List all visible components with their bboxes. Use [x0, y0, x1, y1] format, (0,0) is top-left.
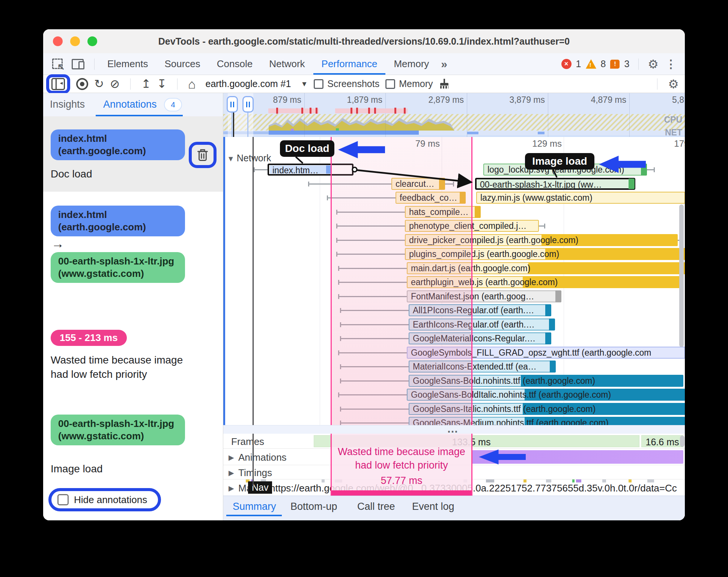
capture-settings-gear-icon[interactable]: ⚙: [668, 77, 679, 91]
doc-load-annotation-label[interactable]: Doc load: [280, 140, 334, 157]
network-request-bar[interactable]: 00-earth-splash-1x-ltr.jpg (ww…: [475, 178, 635, 190]
network-request-bar[interactable]: GoogleSans-Italic.nohints.ttf (earth.goo…: [409, 403, 685, 415]
target-selector[interactable]: earth.google.com #1 ▼: [205, 78, 308, 89]
more-tabs-chevron-icon[interactable]: »: [437, 58, 450, 71]
tab-elements[interactable]: Elements: [99, 53, 156, 75]
memory-checkbox[interactable]: Memory: [385, 78, 433, 89]
network-request-bar[interactable]: GoogleSymbols_FILL_GRAD_opsz_wght.ttf (e…: [407, 347, 685, 359]
tab-bottom-up[interactable]: Bottom-up: [290, 496, 337, 517]
warning-icon[interactable]: !: [586, 59, 596, 69]
clear-recording-icon[interactable]: ⊘: [110, 78, 120, 90]
upload-profile-icon[interactable]: ↥: [141, 78, 151, 90]
network-request-bar[interactable]: lazy.min.js (www.gstatic.com): [476, 192, 685, 204]
home-icon[interactable]: ⌂: [188, 78, 196, 90]
network-request-bar[interactable]: earthplugin_web.js (earth.google.com): [407, 276, 683, 288]
animations-track[interactable]: ▶ Animations: [223, 449, 685, 465]
network-request-bar[interactable]: clearcut…: [391, 178, 445, 190]
error-count: 1: [576, 59, 581, 69]
collapse-triangle-icon[interactable]: ▼: [227, 155, 235, 163]
record-button[interactable]: [76, 78, 88, 90]
annotation-label-wasted-time: Wasted time because image had low fetch …: [51, 353, 201, 382]
network-request-bar[interactable]: GoogleMaterialIcons-Regular.…: [409, 332, 551, 344]
more-requests-row[interactable]: …: [223, 425, 685, 434]
device-toolbar-icon[interactable]: [72, 59, 84, 69]
inspect-element-icon[interactable]: ↖: [52, 59, 63, 70]
network-request-bar[interactable]: main.dart.js (earth.google.com): [407, 262, 685, 274]
settings-gear-icon[interactable]: ⚙: [648, 57, 659, 71]
network-request-bar[interactable]: GoogleSans-BoldItalic.nohints.ttf (earth…: [407, 389, 685, 401]
network-request-bar[interactable]: drive_picker_compiled.js (earth.google.c…: [405, 234, 678, 246]
network-request-bar[interactable]: plugins_compiled.js (earth.google.com): [405, 248, 685, 260]
issues-icon[interactable]: !: [610, 60, 620, 69]
error-icon[interactable]: ×: [561, 59, 572, 69]
network-request-bar[interactable]: FontManifest.json (earth.goog…: [407, 290, 561, 302]
annotation-label-image-load: Image load: [51, 463, 103, 475]
annotation-pill-link-to[interactable]: 00-earth-splash-1x-ltr.jpg (www.gstatic.…: [51, 252, 185, 283]
trash-icon[interactable]: [197, 149, 208, 161]
image-load-annotation-label[interactable]: Image load: [525, 153, 594, 170]
network-request-bar[interactable]: index.htm…: [268, 164, 353, 176]
timings-track[interactable]: ▶ Timings: [223, 465, 685, 479]
toggle-sidebar-panel-icon[interactable]: ◂: [51, 78, 65, 90]
tab-insights[interactable]: Insights: [50, 93, 85, 116]
main-thread-track[interactable]: ▶ Ma Nav https://earth.google.com/web/@0…: [223, 479, 685, 496]
long-task-tick: [404, 108, 406, 114]
request-whisker: [445, 183, 454, 185]
network-request-bar[interactable]: GoogleSans-Bold.nohints.ttf (earth.googl…: [409, 375, 683, 387]
tab-sources[interactable]: Sources: [156, 53, 208, 75]
screenshots-checkbox[interactable]: Screenshots: [314, 78, 379, 89]
network-request-bar[interactable]: phenotype_client_compiled.j…: [405, 220, 539, 232]
frame-duration-value: 133.5 ms: [447, 437, 496, 448]
devtools-tabbar: ↖ ElementsSourcesConsoleNetworkPerforman…: [43, 53, 685, 75]
sidebar-tabbar: Insights Annotations 4: [43, 93, 223, 117]
kebab-menu-icon[interactable]: ⋮: [663, 57, 679, 71]
network-request-bar[interactable]: EarthIcons-Regular.otf (earth.…: [409, 319, 555, 331]
range-handle-left[interactable]: [227, 96, 238, 113]
frame-segment[interactable]: [472, 435, 639, 447]
reload-and-record-icon[interactable]: ↻: [94, 78, 104, 90]
checkbox-icon[interactable]: [385, 79, 395, 89]
frame-segment[interactable]: [314, 435, 331, 447]
expand-triangle-icon[interactable]: ▶: [229, 469, 234, 477]
network-request-bar[interactable]: hats_compile…: [405, 206, 481, 218]
hide-annotations-label: Hide annotations: [74, 494, 147, 506]
tab-call-tree[interactable]: Call tree: [357, 496, 395, 517]
download-profile-icon[interactable]: ↧: [157, 78, 167, 90]
expand-triangle-icon[interactable]: ▶: [229, 484, 234, 493]
tab-summary[interactable]: Summary: [233, 496, 276, 517]
expand-triangle-icon[interactable]: ▶: [229, 453, 234, 462]
network-waterfall[interactable]: 79 ms129 ms179 m ▼Network index.htm…logo…: [223, 137, 685, 425]
tab-performance[interactable]: Performance: [313, 53, 386, 75]
annotation-pill-image[interactable]: 00-earth-splash-1x-ltr.jpg (www.gstatic.…: [51, 415, 185, 445]
animations-track-label: Animations: [238, 452, 287, 463]
request-whisker: [327, 197, 396, 198]
annotation-pill-time-range[interactable]: 155 - 213 ms: [51, 330, 127, 346]
range-handle-right[interactable]: [242, 96, 254, 113]
garbage-collect-brush-icon[interactable]: [439, 79, 450, 89]
range-handle-stem: [232, 112, 233, 137]
checkbox-icon[interactable]: [314, 79, 323, 89]
network-request-bar[interactable]: MaterialIcons-Extended.ttf (ea…: [409, 361, 556, 373]
tab-memory[interactable]: Memory: [385, 53, 437, 75]
annotation-pill-doc[interactable]: index.html (earth.google.com): [51, 129, 185, 160]
timeline-overview[interactable]: 879 ms1,879 ms2,879 ms3,879 ms4,879 ms5,…: [223, 93, 685, 137]
network-request-bar[interactable]: All1PIcons-Regular.otf (earth.…: [409, 304, 551, 316]
vertical-scrollbar[interactable]: [679, 204, 684, 347]
network-request-bar[interactable]: feedback_co…: [396, 192, 466, 204]
request-label: GoogleMaterialIcons-Regular.…: [413, 333, 535, 344]
hide-annotations-checkbox[interactable]: [57, 494, 69, 505]
vertical-scrollbar[interactable]: [680, 436, 684, 447]
frames-track-label: Frames: [231, 436, 264, 448]
tab-event-log[interactable]: Event log: [412, 496, 454, 517]
tab-network[interactable]: Network: [261, 53, 313, 75]
main-thread-url: https://earth.google.com/web/@0...0.3733…: [270, 482, 683, 494]
annotation-pill-link-from[interactable]: index.html (earth.google.com): [51, 206, 185, 236]
request-label: GoogleSans-Bold.nohints.ttf (earth.googl…: [413, 376, 595, 386]
request-whisker: [647, 169, 655, 170]
overview-tick-label: 2,879 ms: [404, 95, 464, 105]
tab-annotations[interactable]: Annotations: [103, 93, 157, 116]
frames-track[interactable]: Frames 133.5 ms 16.6 ms: [223, 434, 685, 449]
tab-console[interactable]: Console: [209, 53, 261, 75]
network-request-bar[interactable]: GoogleSans-Medium.nohints.ttf (earth.goo…: [409, 417, 685, 425]
network-track-header[interactable]: ▼Network: [227, 153, 271, 164]
